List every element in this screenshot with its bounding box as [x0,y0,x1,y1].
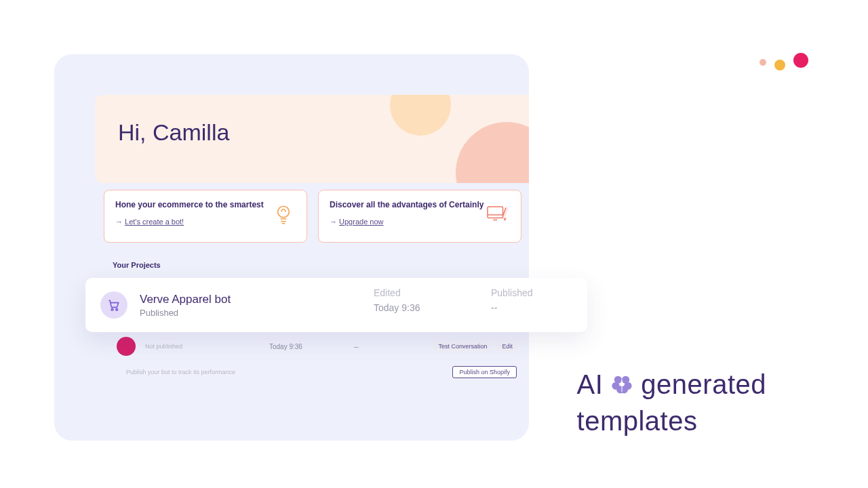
project-card-highlight[interactable]: Verve Apparel bot Published Edited Today… [85,278,587,332]
svg-rect-6 [621,379,623,392]
promo-card-create-bot[interactable]: Hone your ecommerce to the smartest Let'… [104,190,307,243]
accent-dots [760,53,808,72]
promo-title: Hone your ecommerce to the smartest [115,200,264,209]
project-icon-cart [100,291,127,319]
svg-point-10 [116,308,118,310]
project-row-secondary[interactable]: Not published Today 9:36 -- Test Convers… [117,338,517,355]
tagline-text-generated: generated [641,366,766,403]
tagline-text-ai: AI [577,366,604,403]
promo-link-upgrade[interactable]: Upgrade now [330,218,484,226]
cart-icon [107,298,121,312]
promo-card-upgrade[interactable]: Discover all the advantages of Certainly… [318,190,521,243]
svg-rect-8 [488,207,503,218]
edited-label: Edited [374,287,420,298]
published-value: -- [491,302,533,313]
project-avatar [117,337,136,356]
project-edited-value: Today 9:36 [269,343,302,350]
publish-shopify-button[interactable]: Publish on Shopify [452,366,517,378]
marketing-tagline: AI generated templates [577,366,766,439]
project-published-value: -- [354,343,359,350]
tagline-text-templates: templates [577,403,766,439]
brain-icon [610,372,634,396]
publish-prompt-text: Publish your bot to track its performanc… [126,369,235,375]
edited-value: Today 9:36 [374,302,420,313]
project-status: Published [140,308,231,318]
edit-button[interactable]: Edit [496,341,518,352]
svg-point-7 [278,206,290,218]
dot-medium [774,60,785,70]
promo-title: Discover all the advantages of Certainly [330,200,484,209]
test-conversation-button[interactable]: Test Conversation [433,341,492,352]
greeting-title: Hi, Camilla [95,95,529,146]
hero-banner: Hi, Camilla [95,95,529,183]
dot-small [760,59,766,66]
project-name: Verve Apparel bot [140,293,231,306]
monitor-rocket-icon [486,203,510,227]
promo-row: Hone your ecommerce to the smartest Let'… [104,190,529,243]
published-label: Published [491,287,533,298]
dashboard-window: Hi, Camilla Hone your ecommerce to the s… [54,54,529,441]
section-title-projects: Your Projects [113,261,161,269]
dot-large [793,53,808,68]
promo-link-create-bot[interactable]: Let's create a bot! [115,218,264,226]
svg-point-9 [111,308,113,310]
project-status: Not published [145,343,182,350]
publish-prompt-row: Publish your bot to track its performanc… [117,359,517,378]
lightbulb-icon [271,203,296,227]
